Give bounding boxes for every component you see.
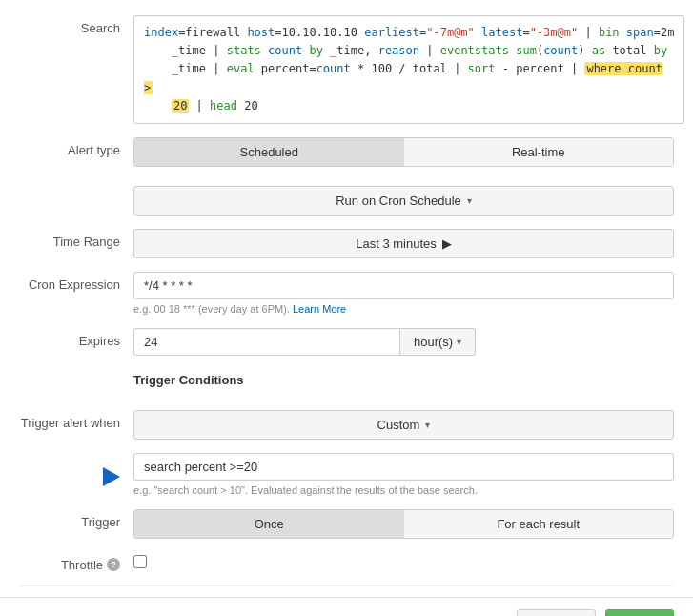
time-range-button[interactable]: Last 3 minutes ▶	[133, 229, 674, 258]
trigger-custom-button[interactable]: Custom ▾	[133, 410, 674, 440]
expires-control: hour(s) ▾	[133, 328, 674, 356]
throttle-control	[133, 555, 674, 568]
cron-schedule-label: Run on Cron Schedule	[336, 194, 461, 208]
search-query-display: index=firewall host=10.10.10.10 earliest…	[133, 15, 684, 124]
expires-label: Expires	[19, 328, 133, 348]
blue-arrow-indicator	[103, 467, 120, 486]
trigger-alert-when-label: Trigger alert when	[19, 410, 133, 430]
cron-hint-text: e.g. 00 18 *** (every day at 6PM).	[133, 303, 290, 315]
each-result-tab[interactable]: For each result	[404, 510, 674, 538]
cron-expression-input[interactable]	[133, 272, 674, 299]
trigger-label: Trigger	[19, 509, 133, 529]
cron-hint: e.g. 00 18 *** (every day at 6PM). Learn…	[133, 303, 674, 315]
footer-bar: Cancel Save	[0, 597, 693, 616]
cron-dropdown-arrow: ▾	[467, 195, 472, 206]
realtime-tab[interactable]: Real-time	[404, 138, 674, 166]
alert-type-label: Alert type	[19, 137, 133, 157]
trigger-custom-label: Custom	[377, 418, 420, 432]
alert-type-toggle: Scheduled Real-time	[133, 137, 674, 167]
time-range-label: Time Range	[19, 229, 133, 249]
empty-label-cron	[19, 180, 133, 186]
trigger-conditions-title: Trigger Conditions	[133, 373, 674, 387]
expires-unit-label: hour(s)	[414, 335, 453, 349]
scheduled-tab[interactable]: Scheduled	[134, 138, 404, 166]
throttle-label-area: Throttle ?	[19, 552, 133, 572]
expires-unit-button[interactable]: hour(s) ▾	[400, 328, 476, 356]
expires-input[interactable]	[133, 328, 400, 356]
arrow-label-area	[19, 462, 133, 486]
condition-hint: e.g. "search count > 10". Evaluated agai…	[133, 484, 674, 496]
cron-expression-label: Cron Expression	[19, 272, 133, 292]
time-range-value: Last 3 minutes	[356, 236, 437, 251]
throttle-label: Throttle	[61, 558, 103, 572]
trigger-custom-arrow: ▾	[425, 420, 430, 430]
trigger-toggle: Once For each result	[133, 509, 674, 539]
condition-input[interactable]	[133, 453, 674, 481]
learn-more-link[interactable]: Learn More	[293, 303, 346, 315]
cancel-button[interactable]: Cancel	[517, 609, 595, 616]
empty-label-tc	[19, 369, 133, 375]
section-divider	[19, 585, 674, 586]
time-range-arrow: ▶	[442, 236, 452, 251]
throttle-help-icon[interactable]: ?	[107, 558, 120, 571]
throttle-checkbox[interactable]	[133, 555, 147, 568]
expires-unit-arrow: ▾	[457, 337, 461, 347]
cron-schedule-button[interactable]: Run on Cron Schedule ▾	[133, 186, 674, 216]
save-button[interactable]: Save	[605, 609, 674, 616]
search-label: Search	[19, 15, 133, 35]
once-tab[interactable]: Once	[134, 510, 404, 538]
